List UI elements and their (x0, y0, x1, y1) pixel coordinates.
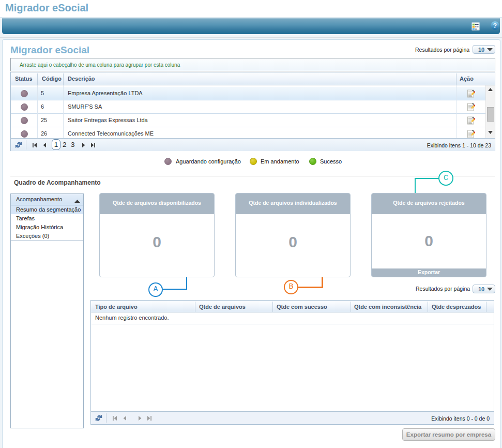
svg-text:?: ? (493, 22, 497, 29)
